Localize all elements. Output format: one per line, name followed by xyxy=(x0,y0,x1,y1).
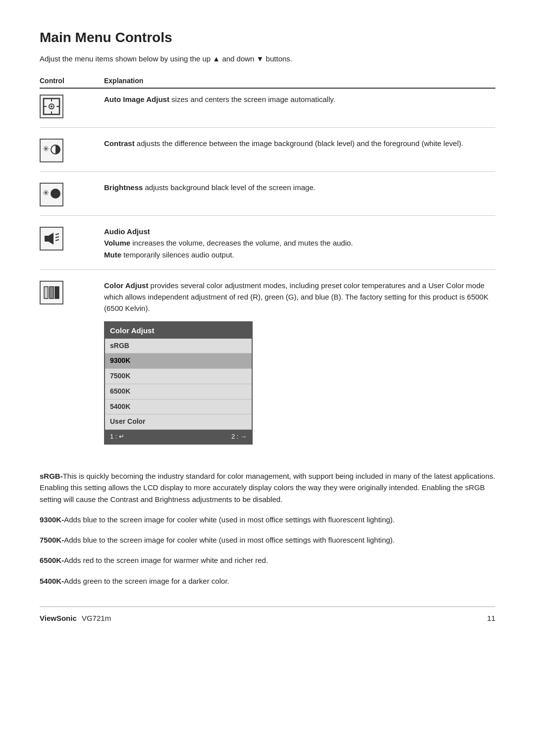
footer-brand-model: ViewSonic VG721m xyxy=(40,614,111,622)
footer-model: VG721m xyxy=(82,614,111,622)
svg-marker-12 xyxy=(49,233,54,245)
desc-contrast: Contrast adjusts the difference between … xyxy=(104,138,495,149)
icon-cell-audio xyxy=(40,226,104,251)
color-adjust-footer-left: 1 : ↵ xyxy=(110,432,124,442)
table-row: Audio Adjust Volume increases the volume… xyxy=(40,226,495,270)
icon-cell-contrast: ✳ xyxy=(40,138,104,162)
brightness-icon: ✳ xyxy=(40,183,63,206)
page-title: Main Menu Controls xyxy=(40,30,495,46)
color-adjust-item-7500k: 7500K xyxy=(105,369,252,384)
desc-audio-adjust: Audio Adjust Volume increases the volume… xyxy=(104,226,495,260)
table-row: ✳ Brightness adjusts background black le… xyxy=(40,182,495,216)
icon-cell-brightness: ✳ xyxy=(40,182,104,206)
extra-para-5400k: 5400K-Adds green to the screen image for… xyxy=(40,575,495,587)
col-control-label: Control xyxy=(40,77,104,85)
auto-image-adjust-icon xyxy=(40,95,63,118)
icon-cell-color-adjust xyxy=(40,280,104,304)
svg-text:✳: ✳ xyxy=(43,145,49,153)
color-adjust-item-9300k: 9300K xyxy=(105,353,252,369)
contrast-icon: ✳ xyxy=(40,139,63,162)
extra-para-6500k: 6500K-Adds red to the screen image for w… xyxy=(40,554,495,566)
svg-rect-16 xyxy=(44,287,48,299)
icon-cell-auto-image xyxy=(40,94,104,118)
audio-adjust-icon xyxy=(40,227,63,251)
extra-para-7500k: 7500K-Adds blue to the screen image for … xyxy=(40,534,495,546)
footer-brand: ViewSonic xyxy=(40,614,77,622)
desc-auto-image-adjust: Auto Image Adjust sizes and centers the … xyxy=(104,94,495,105)
svg-line-13 xyxy=(55,234,59,235)
desc-color-adjust: Color Adjust provides several color adju… xyxy=(104,280,495,452)
color-adjust-item-6500k: 6500K xyxy=(105,384,252,400)
color-adjust-item-user-color: User Color xyxy=(105,414,252,430)
extra-para-srgb: sRGB-This is quickly becoming the indust… xyxy=(40,470,495,505)
svg-text:✳: ✳ xyxy=(43,189,49,197)
color-adjust-menu: Color Adjust sRGB 9300K 7500K 6500K 5400… xyxy=(104,321,253,445)
svg-line-15 xyxy=(55,240,59,241)
color-adjust-item-srgb: sRGB xyxy=(105,339,252,354)
color-adjust-item-5400k: 5400K xyxy=(105,400,252,415)
color-adjust-footer-right: 2 : → xyxy=(231,432,247,442)
table-header: Control Explanation xyxy=(40,77,495,89)
svg-point-6 xyxy=(51,105,53,107)
svg-rect-11 xyxy=(45,236,49,242)
extra-para-9300k: 9300K-Adds blue to the screen image for … xyxy=(40,514,495,525)
desc-brightness: Brightness adjusts background black leve… xyxy=(104,182,495,193)
color-adjust-footer: 1 : ↵ 2 : → xyxy=(105,430,252,444)
table-row: ✳ Contrast adjusts the difference betwee… xyxy=(40,138,495,172)
color-adjust-menu-title: Color Adjust xyxy=(105,322,252,339)
col-explanation-label: Explanation xyxy=(104,77,143,85)
color-adjust-icon xyxy=(40,281,63,304)
table-row: Color Adjust provides several color adju… xyxy=(40,280,495,460)
svg-rect-18 xyxy=(55,287,59,299)
footer-page: 11 xyxy=(487,614,495,622)
table-row: Auto Image Adjust sizes and centers the … xyxy=(40,94,495,128)
svg-rect-17 xyxy=(50,287,54,299)
intro-text: Adjust the menu items shown below by usi… xyxy=(40,54,495,63)
svg-line-14 xyxy=(55,237,59,238)
page-footer: ViewSonic VG721m 11 xyxy=(40,606,495,622)
svg-point-10 xyxy=(51,189,60,198)
